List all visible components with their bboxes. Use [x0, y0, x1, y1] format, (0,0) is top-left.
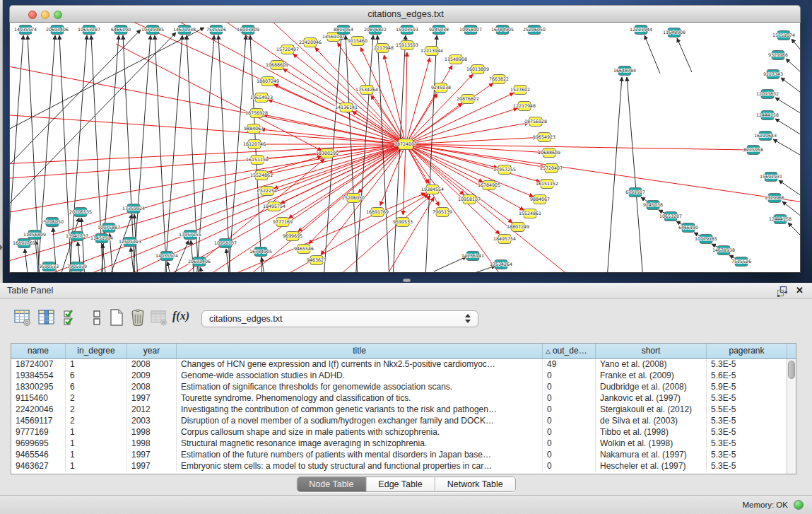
graph-node[interactable]: 9245038 — [643, 201, 663, 210]
table-cell[interactable]: Embryonic stem cells: a model to study s… — [177, 461, 543, 472]
scrollbar-thumb[interactable] — [788, 361, 795, 379]
graph-node[interactable]: 12444158 — [769, 215, 792, 224]
graph-node[interactable]: 15913593 — [396, 25, 418, 35]
table-cell[interactable]: 5.9E-5 — [707, 382, 787, 393]
table-row[interactable]: 1830029562008Estimation of significance … — [11, 382, 787, 393]
table-cell[interactable]: 0 — [543, 370, 596, 382]
table-cell[interactable]: 5.3E-5 — [707, 416, 787, 427]
table-row[interactable]: 946362711997Embryonic stem cells: a mode… — [11, 461, 787, 472]
table-cell[interactable]: 19384554 — [11, 370, 66, 382]
graph-node[interactable]: 16013809 — [237, 25, 259, 35]
graph-node[interactable]: 10688609 — [266, 61, 288, 70]
graph-node[interactable]: 12217948 — [371, 44, 394, 53]
graph-node[interactable]: 19654923 — [533, 133, 555, 142]
graph-node[interactable]: 20876822 — [457, 95, 479, 104]
table-cell[interactable]: 0 — [543, 416, 596, 427]
graph-node[interactable]: 17957255 — [493, 165, 516, 175]
table-cell[interactable]: Structural magnetic resonance image aver… — [177, 438, 543, 450]
graph-node[interactable]: 10719185 — [141, 25, 164, 35]
graph-node[interactable]: 15913593 — [396, 41, 418, 50]
graph-node[interactable]: 14136141 — [335, 103, 358, 112]
table-cell[interactable]: Dudbridge et al. (2008) — [596, 382, 707, 393]
table-cell[interactable]: 9777169 — [11, 427, 66, 438]
graph-node[interactable]: 9463627 — [307, 256, 326, 265]
table-cell[interactable]: 5.6E-5 — [707, 370, 787, 382]
graph-node[interactable]: 16784905 — [491, 25, 514, 35]
graph-node[interactable]: 10688609 — [538, 148, 560, 158]
graph-node[interactable]: 20876822 — [364, 25, 387, 35]
graph-node[interactable]: 16891769 — [13, 239, 35, 248]
graph-node[interactable]: 20691406 — [188, 257, 211, 267]
table-cell[interactable]: 6 — [66, 370, 127, 382]
graph-node[interactable]: 9465546 — [294, 245, 314, 254]
graph-node[interactable]: 18807249 — [507, 223, 529, 232]
graph-node[interactable]: 17359924 — [122, 204, 145, 214]
graph-node[interactable]: 16210643 — [754, 132, 777, 141]
table-row[interactable]: 946554611997Estimation of the future num… — [11, 450, 787, 461]
table-cell[interactable]: Tourette syndrome. Phenomenology and cla… — [177, 393, 543, 404]
tab-network-table[interactable]: Network Table — [435, 477, 515, 491]
table-row[interactable]: 911546021997Tourette syndrome. Phenomeno… — [11, 393, 787, 404]
graph-node[interactable]: 16891769 — [366, 208, 389, 217]
unselect-boxes-icon[interactable] — [88, 308, 106, 327]
table-cell[interactable]: Hescheler et al. (1997) — [596, 461, 707, 472]
graph-node[interactable]: 18495754 — [493, 235, 516, 244]
column-header-title[interactable]: title — [177, 344, 543, 358]
graph-node[interactable]: 7522254 — [257, 187, 277, 196]
graph-node[interactable]: 7515526 — [731, 257, 751, 267]
graph-node[interactable]: 18756928 — [524, 117, 547, 127]
table-cell[interactable]: 5.5E-5 — [707, 404, 787, 416]
table-row[interactable]: 2242004622012Investigating the contribut… — [11, 404, 787, 416]
table-cell[interactable]: Nakamura et al. (1997) — [596, 450, 707, 461]
graph-node[interactable]: 9227343 — [763, 70, 783, 79]
table-cell[interactable]: 5.3E-5 — [707, 450, 787, 461]
table-cell[interactable]: 6 — [66, 382, 127, 393]
graph-node[interactable]: 11548908 — [445, 55, 467, 64]
column-header-pagerank[interactable]: pagerank — [707, 344, 787, 358]
graph-node[interactable]: 12213944 — [420, 47, 443, 56]
table-cell[interactable]: Tibbo et al. (1998) — [596, 427, 707, 438]
table-cell[interactable]: 9463627 — [11, 461, 66, 472]
table-cell[interactable]: 5.3E-5 — [707, 438, 787, 450]
column-header-in_degree[interactable]: in_degree — [66, 344, 127, 358]
graph-node[interactable]: 20206535 — [69, 208, 92, 217]
network-canvas[interactable]: 1572040710688609188072491965492318756928… — [9, 23, 801, 273]
table-cell[interactable]: 0 — [543, 404, 596, 416]
table-cell[interactable]: 1 — [66, 427, 127, 438]
table-cell[interactable]: Investigating the contribution of common… — [177, 404, 543, 416]
graph-node[interactable]: 25206050 — [523, 25, 546, 35]
table-cell[interactable]: Genome-wide association studies in ADHD. — [177, 370, 543, 382]
table-cell[interactable]: 9115460 — [11, 393, 66, 404]
splitter-handle[interactable] — [403, 279, 411, 282]
show-column-icon[interactable] — [37, 308, 56, 327]
table-cell[interactable]: 0 — [543, 461, 596, 472]
table-cell[interactable]: 9465546 — [11, 450, 66, 461]
new-table-icon[interactable] — [107, 308, 126, 327]
table-cell[interactable]: Jankovic et al. (1997) — [596, 393, 707, 404]
table-settings-icon[interactable] — [13, 308, 32, 327]
table-cell[interactable]: 5.3E-5 — [707, 393, 787, 404]
graph-node[interactable]: 14035574 — [155, 252, 178, 261]
tab-node-table[interactable]: Node Table — [297, 477, 366, 491]
float-window-icon[interactable] — [777, 286, 788, 297]
table-cell[interactable]: Franke et al. (2009) — [596, 370, 707, 382]
table-cell[interactable]: Corpus callosum shape and size in male p… — [177, 427, 543, 438]
table-cell[interactable]: Changes of HCN gene expression and I(f) … — [177, 359, 543, 370]
graph-node[interactable]: 16120746 — [243, 140, 266, 149]
graph-node[interactable]: 9115460 — [348, 37, 367, 46]
table-cell[interactable]: 2008 — [127, 382, 177, 393]
graph-node[interactable]: 10653287 — [78, 25, 100, 35]
table-cell[interactable]: 14569117 — [11, 416, 66, 427]
table-cell[interactable]: 1997 — [127, 393, 177, 404]
table-cell[interactable]: Estimation of significance thresholds fo… — [177, 382, 543, 393]
table-cell[interactable]: 1 — [66, 438, 127, 450]
table-row[interactable]: 1456911722003Disruption of a novel membe… — [11, 416, 787, 427]
table-cell[interactable]: de Silva et al. (2003) — [596, 416, 707, 427]
table-cell[interactable]: 2 — [66, 393, 127, 404]
table-cell[interactable]: 18724007 — [11, 359, 66, 370]
graph-node[interactable]: 12217948 — [513, 102, 536, 111]
graph-node[interactable]: 6466190 — [111, 25, 131, 35]
graph-node[interactable]: 9777169 — [273, 218, 293, 227]
graph-node[interactable]: 14671938 — [173, 25, 196, 35]
tab-edge-table[interactable]: Edge Table — [366, 477, 435, 491]
